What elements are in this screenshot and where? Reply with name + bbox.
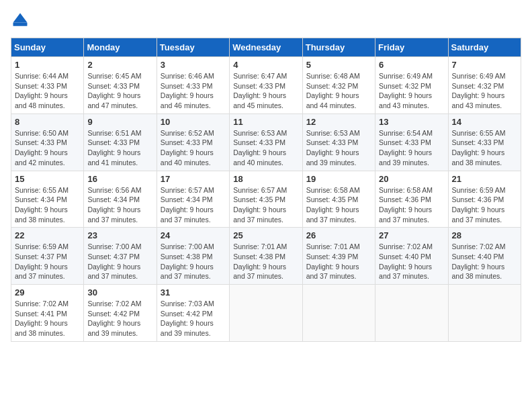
day-detail: Sunrise: 6:52 AM Sunset: 4:33 PM Dayligh…: [161, 128, 226, 168]
day-detail: Sunrise: 6:54 AM Sunset: 4:33 PM Dayligh…: [379, 128, 444, 168]
calendar-cell: 8 Sunrise: 6:50 AM Sunset: 4:33 PM Dayli…: [11, 113, 84, 171]
week-row-1: 1 Sunrise: 6:44 AM Sunset: 4:33 PM Dayli…: [11, 57, 521, 114]
day-number: 28: [452, 230, 517, 240]
calendar-cell: 30 Sunrise: 7:02 AM Sunset: 4:42 PM Dayl…: [84, 285, 157, 342]
svg-marker-0: [13, 13, 28, 23]
day-detail: Sunrise: 7:01 AM Sunset: 4:39 PM Dayligh…: [306, 242, 371, 281]
day-detail: Sunrise: 7:02 AM Sunset: 4:40 PM Dayligh…: [379, 242, 444, 281]
day-number: 1: [15, 60, 80, 70]
calendar-cell: 21 Sunrise: 6:59 AM Sunset: 4:36 PM Dayl…: [448, 171, 521, 228]
day-number: 29: [15, 287, 80, 298]
calendar-cell: 12 Sunrise: 6:53 AM Sunset: 4:33 PM Dayl…: [302, 113, 375, 171]
calendar-cell: 27 Sunrise: 7:02 AM Sunset: 4:40 PM Dayl…: [375, 228, 448, 285]
calendar-cell: 15 Sunrise: 6:55 AM Sunset: 4:34 PM Dayl…: [11, 171, 84, 228]
day-detail: Sunrise: 6:53 AM Sunset: 4:33 PM Dayligh…: [306, 128, 371, 168]
week-row-3: 15 Sunrise: 6:55 AM Sunset: 4:34 PM Dayl…: [11, 171, 521, 228]
calendar-cell: 10 Sunrise: 6:52 AM Sunset: 4:33 PM Dayl…: [157, 113, 229, 171]
calendar-cell: 24 Sunrise: 7:00 AM Sunset: 4:38 PM Dayl…: [157, 228, 229, 285]
calendar-cell: 3 Sunrise: 6:46 AM Sunset: 4:33 PM Dayli…: [157, 57, 229, 114]
week-row-4: 22 Sunrise: 6:59 AM Sunset: 4:37 PM Dayl…: [11, 228, 521, 285]
day-detail: Sunrise: 6:48 AM Sunset: 4:32 PM Dayligh…: [306, 71, 371, 111]
day-number: 7: [452, 60, 517, 70]
day-detail: Sunrise: 6:56 AM Sunset: 4:34 PM Dayligh…: [87, 185, 152, 225]
week-row-2: 8 Sunrise: 6:50 AM Sunset: 4:33 PM Dayli…: [11, 113, 521, 171]
day-number: 23: [87, 230, 152, 240]
calendar-cell: 22 Sunrise: 6:59 AM Sunset: 4:37 PM Dayl…: [11, 228, 84, 285]
calendar-cell: 7 Sunrise: 6:49 AM Sunset: 4:32 PM Dayli…: [448, 57, 521, 114]
day-number: 19: [306, 174, 371, 184]
day-number: 3: [161, 60, 226, 70]
day-detail: Sunrise: 7:02 AM Sunset: 4:40 PM Dayligh…: [452, 242, 517, 281]
day-number: 31: [161, 287, 226, 298]
calendar-table: SundayMondayTuesdayWednesdayThursdayFrid…: [11, 38, 521, 342]
day-number: 24: [161, 230, 226, 240]
calendar-cell: 18 Sunrise: 6:57 AM Sunset: 4:35 PM Dayl…: [230, 171, 302, 228]
calendar-cell: 25 Sunrise: 7:01 AM Sunset: 4:38 PM Dayl…: [230, 228, 302, 285]
day-number: 11: [233, 117, 298, 127]
calendar-cell: 16 Sunrise: 6:56 AM Sunset: 4:34 PM Dayl…: [84, 171, 157, 228]
day-number: 25: [233, 230, 298, 240]
day-detail: Sunrise: 6:59 AM Sunset: 4:37 PM Dayligh…: [15, 242, 80, 281]
calendar-cell: 4 Sunrise: 6:47 AM Sunset: 4:33 PM Dayli…: [230, 57, 302, 114]
day-number: 13: [379, 117, 444, 127]
logo: [11, 11, 32, 30]
calendar-cell: 13 Sunrise: 6:54 AM Sunset: 4:33 PM Dayl…: [375, 113, 448, 171]
day-number: 14: [452, 117, 517, 127]
day-detail: Sunrise: 7:02 AM Sunset: 4:42 PM Dayligh…: [87, 299, 152, 338]
calendar-cell: [375, 285, 448, 342]
day-detail: Sunrise: 6:55 AM Sunset: 4:33 PM Dayligh…: [452, 128, 517, 168]
day-detail: Sunrise: 6:47 AM Sunset: 4:33 PM Dayligh…: [233, 71, 298, 111]
day-detail: Sunrise: 6:58 AM Sunset: 4:36 PM Dayligh…: [379, 185, 444, 225]
weekday-header-friday: Friday: [375, 38, 448, 57]
week-row-5: 29 Sunrise: 7:02 AM Sunset: 4:41 PM Dayl…: [11, 285, 521, 342]
calendar-cell: 5 Sunrise: 6:48 AM Sunset: 4:32 PM Dayli…: [302, 57, 375, 114]
day-number: 10: [161, 117, 226, 127]
calendar-cell: 28 Sunrise: 7:02 AM Sunset: 4:40 PM Dayl…: [448, 228, 521, 285]
day-detail: Sunrise: 7:01 AM Sunset: 4:38 PM Dayligh…: [233, 242, 298, 281]
day-number: 17: [161, 174, 226, 184]
weekday-header-row: SundayMondayTuesdayWednesdayThursdayFrid…: [11, 38, 521, 57]
calendar-cell: 9 Sunrise: 6:51 AM Sunset: 4:33 PM Dayli…: [84, 113, 157, 171]
day-detail: Sunrise: 6:50 AM Sunset: 4:33 PM Dayligh…: [15, 128, 80, 168]
calendar-cell: 1 Sunrise: 6:44 AM Sunset: 4:33 PM Dayli…: [11, 57, 84, 114]
calendar-cell: 6 Sunrise: 6:49 AM Sunset: 4:32 PM Dayli…: [375, 57, 448, 114]
calendar-cell: 2 Sunrise: 6:45 AM Sunset: 4:33 PM Dayli…: [84, 57, 157, 114]
day-detail: Sunrise: 6:57 AM Sunset: 4:35 PM Dayligh…: [233, 185, 298, 225]
day-number: 20: [379, 174, 444, 184]
day-detail: Sunrise: 7:03 AM Sunset: 4:42 PM Dayligh…: [161, 299, 226, 338]
day-detail: Sunrise: 6:49 AM Sunset: 4:32 PM Dayligh…: [452, 71, 517, 111]
calendar-cell: 19 Sunrise: 6:58 AM Sunset: 4:35 PM Dayl…: [302, 171, 375, 228]
day-detail: Sunrise: 6:55 AM Sunset: 4:34 PM Dayligh…: [15, 185, 80, 225]
day-number: 22: [15, 230, 80, 240]
calendar-cell: 29 Sunrise: 7:02 AM Sunset: 4:41 PM Dayl…: [11, 285, 84, 342]
day-number: 18: [233, 174, 298, 184]
day-detail: Sunrise: 6:44 AM Sunset: 4:33 PM Dayligh…: [15, 71, 80, 111]
day-number: 21: [452, 174, 517, 184]
calendar-cell: [302, 285, 375, 342]
day-number: 6: [379, 60, 444, 70]
day-number: 8: [15, 117, 80, 127]
day-number: 2: [87, 60, 152, 70]
day-detail: Sunrise: 6:51 AM Sunset: 4:33 PM Dayligh…: [87, 128, 152, 168]
day-detail: Sunrise: 6:53 AM Sunset: 4:33 PM Dayligh…: [233, 128, 298, 168]
calendar-cell: [448, 285, 521, 342]
calendar-cell: [230, 285, 302, 342]
day-number: 9: [87, 117, 152, 127]
svg-rect-1: [13, 23, 28, 26]
day-detail: Sunrise: 6:46 AM Sunset: 4:33 PM Dayligh…: [161, 71, 226, 111]
calendar-cell: 26 Sunrise: 7:01 AM Sunset: 4:39 PM Dayl…: [302, 228, 375, 285]
weekday-header-thursday: Thursday: [302, 38, 375, 57]
day-detail: Sunrise: 6:58 AM Sunset: 4:35 PM Dayligh…: [306, 185, 371, 225]
day-number: 26: [306, 230, 371, 240]
calendar-cell: 20 Sunrise: 6:58 AM Sunset: 4:36 PM Dayl…: [375, 171, 448, 228]
day-detail: Sunrise: 6:59 AM Sunset: 4:36 PM Dayligh…: [452, 185, 517, 225]
calendar-cell: 11 Sunrise: 6:53 AM Sunset: 4:33 PM Dayl…: [230, 113, 302, 171]
weekday-header-monday: Monday: [84, 38, 157, 57]
page-header: [11, 11, 521, 30]
day-detail: Sunrise: 7:00 AM Sunset: 4:37 PM Dayligh…: [87, 242, 152, 281]
weekday-header-tuesday: Tuesday: [157, 38, 229, 57]
day-detail: Sunrise: 7:02 AM Sunset: 4:41 PM Dayligh…: [15, 299, 80, 338]
calendar-cell: 23 Sunrise: 7:00 AM Sunset: 4:37 PM Dayl…: [84, 228, 157, 285]
day-number: 12: [306, 117, 371, 127]
day-number: 27: [379, 230, 444, 240]
